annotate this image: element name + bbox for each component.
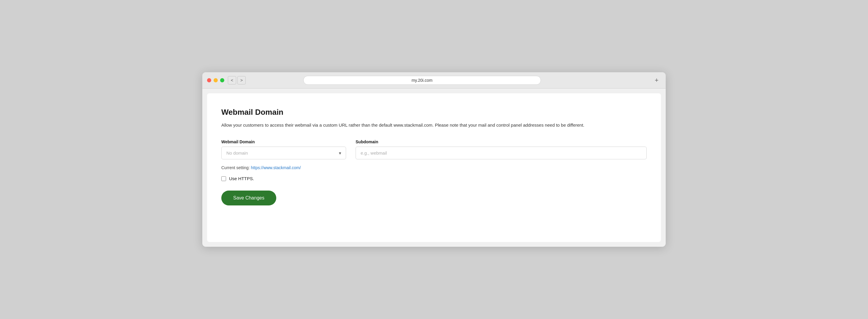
save-changes-button[interactable]: Save Changes: [221, 191, 276, 205]
close-button[interactable]: [207, 78, 211, 82]
domain-select[interactable]: No domain: [221, 147, 346, 160]
current-setting-link[interactable]: https://www.stackmail.com/: [251, 165, 301, 170]
browser-titlebar: < > my.20i.com +: [202, 72, 666, 89]
subdomain-group: Subdomain: [355, 139, 647, 160]
browser-content: Webmail Domain Allow your customers to a…: [207, 93, 661, 242]
new-tab-button[interactable]: +: [652, 77, 661, 84]
https-checkbox[interactable]: [221, 176, 226, 181]
browser-window: < > my.20i.com + Webmail Domain Allow yo…: [202, 72, 666, 247]
form-row: Webmail Domain No domain ▼ Subdomain: [221, 139, 647, 160]
minimize-button[interactable]: [214, 78, 218, 82]
address-bar[interactable]: my.20i.com: [303, 76, 541, 85]
maximize-button[interactable]: [220, 78, 224, 82]
nav-buttons: < >: [228, 76, 246, 84]
back-button[interactable]: <: [228, 76, 236, 84]
https-label-text: Use HTTPS.: [229, 176, 254, 181]
current-setting: Current setting: https://www.stackmail.c…: [221, 165, 647, 170]
page-description: Allow your customers to access their web…: [221, 122, 637, 129]
forward-button[interactable]: >: [237, 76, 246, 84]
domain-select-wrapper: No domain ▼: [221, 147, 346, 160]
subdomain-input[interactable]: [355, 147, 647, 160]
webmail-domain-group: Webmail Domain No domain ▼: [221, 139, 346, 160]
current-setting-label: Current setting:: [221, 165, 250, 170]
webmail-domain-label: Webmail Domain: [221, 139, 346, 144]
https-checkbox-label[interactable]: Use HTTPS.: [221, 176, 647, 181]
page-title: Webmail Domain: [221, 108, 647, 117]
subdomain-label: Subdomain: [355, 139, 647, 144]
traffic-lights: [207, 78, 224, 82]
